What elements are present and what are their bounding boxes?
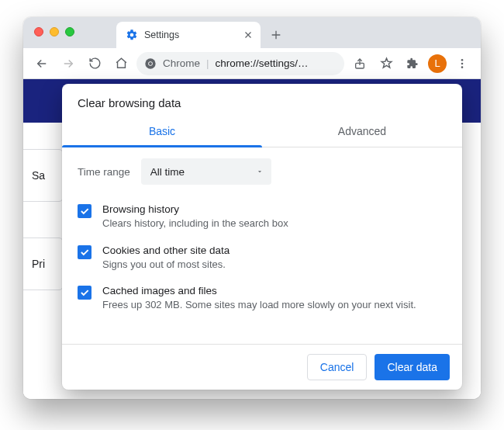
cancel-button[interactable]: Cancel [307,354,368,380]
back-button[interactable] [31,53,53,75]
bookmark-button[interactable] [375,53,397,75]
address-separator: | [206,57,209,69]
extensions-button[interactable] [402,53,423,75]
tab-label: Basic [149,125,175,137]
option-browsing-history[interactable]: Browsing history Clears history, includi… [78,197,447,238]
settings-card[interactable]: Pri [23,238,64,290]
button-label: Cancel [320,361,354,373]
tab-title: Settings [144,29,237,40]
clear-browsing-data-dialog: Clear browsing data Basic Advanced Time … [62,84,462,390]
svg-point-6 [461,66,464,68]
time-range-select[interactable]: All time [141,158,271,185]
checkbox[interactable] [78,245,91,259]
forward-button[interactable] [57,53,79,75]
new-tab-button[interactable] [265,24,287,46]
chevron-down-icon [256,168,264,175]
profile-avatar[interactable]: L [428,54,447,73]
close-tab-button[interactable] [243,30,253,40]
option-title: Cookies and other site data [102,244,230,256]
dialog-body: Time range All time Browsing history [62,147,462,344]
clear-data-button[interactable]: Clear data [375,354,450,380]
svg-point-5 [461,62,464,64]
address-url: chrome://settings/… [216,57,309,69]
checkbox[interactable] [78,286,91,300]
time-range-label: Time range [78,166,130,178]
tab-strip: Settings [23,17,481,48]
chrome-icon [144,57,157,70]
tab-basic[interactable]: Basic [62,117,262,147]
settings-card-label: Pri [32,258,45,270]
option-title: Browsing history [102,203,288,215]
settings-gear-icon [126,29,138,41]
browser-window: Settings [23,17,481,399]
share-button[interactable] [349,53,371,75]
settings-card[interactable]: Sa [23,149,64,202]
address-label: Chrome [163,57,200,69]
tab-label: Advanced [338,125,386,137]
option-cache[interactable]: Cached images and files Frees up 302 MB.… [78,279,447,320]
overflow-menu-button[interactable] [451,53,473,75]
option-title: Cached images and files [102,285,416,296]
svg-point-2 [149,62,152,65]
minimize-window-button[interactable] [50,27,59,36]
svg-point-4 [461,59,464,61]
option-cookies[interactable]: Cookies and other site data Signs you ou… [78,238,447,279]
dialog-footer: Cancel Clear data [62,344,462,390]
option-desc: Clears history, including in the search … [102,217,288,231]
tab-advanced[interactable]: Advanced [262,117,462,147]
dialog-tabs: Basic Advanced [62,117,462,147]
button-label: Clear data [387,361,437,373]
reload-button[interactable] [84,53,105,75]
browser-tab[interactable]: Settings [116,22,261,48]
checkbox[interactable] [78,204,91,218]
option-desc: Frees up 302 MB. Some sites may load mor… [102,298,416,312]
window-controls [34,27,74,36]
toolbar: Chrome | chrome://settings/… L [23,48,481,79]
address-bar[interactable]: Chrome | chrome://settings/… [136,52,344,75]
close-window-button[interactable] [34,27,43,36]
avatar-initial: L [434,57,440,69]
dialog-title: Clear browsing data [62,84,462,117]
fullscreen-window-button[interactable] [65,27,74,36]
home-button[interactable] [110,53,132,75]
settings-card-label: Sa [32,169,45,182]
option-desc: Signs you out of most sites. [102,258,230,272]
time-range-value: All time [150,166,185,178]
